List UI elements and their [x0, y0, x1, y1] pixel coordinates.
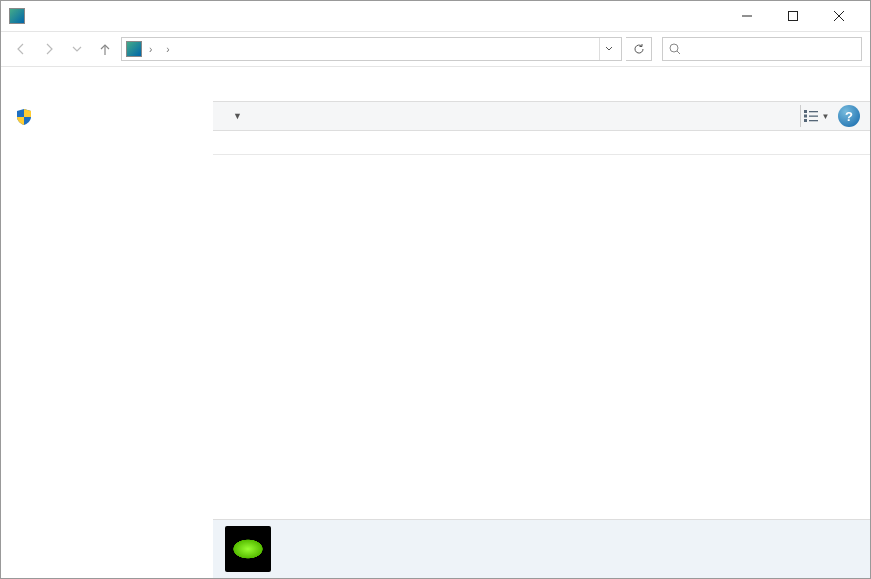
- shield-icon: [17, 109, 31, 125]
- toolbar: ▼ ▼ ?: [213, 101, 870, 131]
- svg-rect-7: [804, 110, 807, 113]
- uninstall-change-button[interactable]: [250, 113, 262, 119]
- view-icon: [804, 110, 820, 122]
- svg-rect-10: [809, 111, 818, 112]
- forward-button[interactable]: [37, 37, 61, 61]
- details-size: [285, 551, 401, 566]
- app-icon: [9, 8, 25, 24]
- navbar: › ›: [1, 31, 870, 67]
- svg-line-6: [677, 51, 680, 54]
- details-pane: [213, 520, 870, 578]
- back-button[interactable]: [9, 37, 33, 61]
- search-input[interactable]: [687, 42, 855, 56]
- main-panel: ▼ ▼ ?: [213, 67, 870, 578]
- svg-rect-8: [804, 115, 807, 118]
- details-title: [285, 533, 401, 549]
- program-table: [213, 131, 870, 578]
- svg-rect-12: [809, 120, 818, 121]
- view-options-button[interactable]: ▼: [800, 105, 832, 127]
- close-button[interactable]: [816, 1, 862, 31]
- minimize-button[interactable]: [724, 1, 770, 31]
- refresh-button[interactable]: [626, 37, 652, 61]
- address-dropdown[interactable]: [599, 38, 617, 60]
- help-button[interactable]: ?: [838, 105, 860, 127]
- svg-rect-9: [804, 119, 807, 122]
- address-icon: [126, 41, 142, 57]
- maximize-button[interactable]: [770, 1, 816, 31]
- search-icon: [669, 43, 681, 55]
- svg-rect-11: [809, 116, 818, 117]
- sidebar-item-winfeatures[interactable]: [17, 109, 203, 125]
- nvidia-icon: [225, 526, 271, 572]
- organize-button[interactable]: ▼: [223, 108, 248, 124]
- titlebar: [1, 1, 870, 31]
- recent-dropdown[interactable]: [65, 37, 89, 61]
- search-box[interactable]: [662, 37, 862, 61]
- up-button[interactable]: [93, 37, 117, 61]
- address-bar[interactable]: › ›: [121, 37, 622, 61]
- svg-point-5: [670, 44, 678, 52]
- column-headers: [213, 131, 870, 155]
- sidebar: [1, 67, 213, 578]
- svg-rect-1: [789, 12, 798, 21]
